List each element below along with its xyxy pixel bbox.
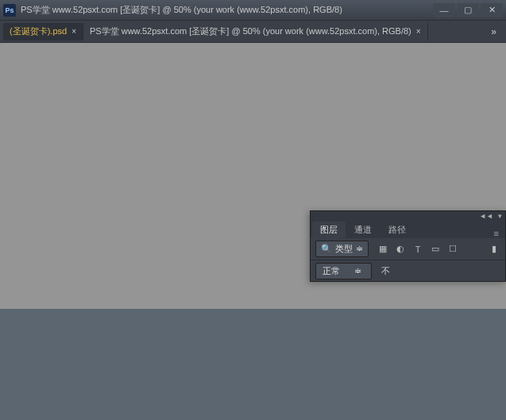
filter-smart-icon[interactable]: ☐ (446, 243, 459, 256)
tab-overflow-button[interactable]: » (485, 26, 503, 37)
document-tab[interactable]: PS学堂 www.52psxt.com [圣诞贺卡] @ 50% (your w… (83, 23, 428, 40)
tab-close-icon[interactable]: × (71, 27, 76, 36)
filter-pixel-icon[interactable]: ▦ (377, 243, 389, 256)
panel-collapse-bar: ◄◄ ▾ (311, 211, 505, 221)
layers-panel: ◄◄ ▾ 图层 通道 路径 ≡ 🔍 类型 ≑ ▦ ◐ T ▭ ☐ ▮ (310, 210, 506, 282)
chevron-down-icon: ≑ (354, 266, 361, 276)
window-controls: — ▢ ✕ (433, 3, 503, 17)
panel-tab-paths[interactable]: 路径 (380, 222, 414, 238)
document-tab[interactable]: (圣诞贺卡).psd × (3, 23, 83, 40)
lower-cutoff-region (0, 309, 506, 420)
layer-filter-kind-select[interactable]: 🔍 类型 ≑ (315, 241, 369, 257)
collapse-menu-icon[interactable]: ▾ (498, 212, 502, 220)
maximize-button[interactable]: ▢ (457, 3, 479, 17)
filter-type-icon[interactable]: T (411, 243, 424, 256)
window-titlebar: Ps PS学堂 www.52psxt.com [圣诞贺卡] @ 50% (you… (0, 0, 506, 21)
close-button[interactable]: ✕ (481, 3, 503, 17)
panel-tab-strip: 图层 通道 路径 ≡ (311, 221, 505, 238)
layer-filter-icons: ▦ ◐ T ▭ ☐ (377, 243, 459, 256)
search-icon: 🔍 (321, 244, 332, 254)
app-icon: Ps (3, 4, 16, 17)
canvas[interactable]: ◄◄ ▾ 图层 通道 路径 ≡ 🔍 类型 ≑ ▦ ◐ T ▭ ☐ ▮ (0, 43, 506, 420)
chevron-down-icon: ≑ (356, 244, 363, 254)
minimize-button[interactable]: — (433, 3, 455, 17)
document-tab-label: PS学堂 www.52psxt.com [圣诞贺卡] @ 50% (your w… (90, 25, 411, 37)
tab-close-icon[interactable]: × (416, 27, 421, 36)
filter-kind-label: 类型 (335, 243, 353, 255)
layer-filter-row: 🔍 类型 ≑ ▦ ◐ T ▭ ☐ ▮ (311, 238, 505, 260)
panel-menu-icon[interactable]: ≡ (489, 229, 504, 238)
panel-tab-layers[interactable]: 图层 (312, 222, 346, 238)
opacity-label: 不 (381, 265, 390, 277)
blend-mode-value: 正常 (323, 265, 340, 277)
blend-mode-select[interactable]: 正常 ≑ (315, 263, 372, 279)
filter-shape-icon[interactable]: ▭ (429, 243, 442, 256)
filter-toggle-switch[interactable]: ▮ (488, 243, 500, 256)
document-tab-label: (圣诞贺卡).psd (10, 25, 67, 37)
panel-tab-channels[interactable]: 通道 (346, 222, 380, 238)
document-tab-strip: (圣诞贺卡).psd × PS学堂 www.52psxt.com [圣诞贺卡] … (0, 21, 506, 43)
filter-adjust-icon[interactable]: ◐ (394, 243, 407, 256)
blend-mode-row: 正常 ≑ 不 (311, 260, 505, 281)
window-title: PS学堂 www.52psxt.com [圣诞贺卡] @ 50% (your w… (21, 4, 433, 16)
collapse-left-icon[interactable]: ◄◄ (479, 212, 493, 220)
